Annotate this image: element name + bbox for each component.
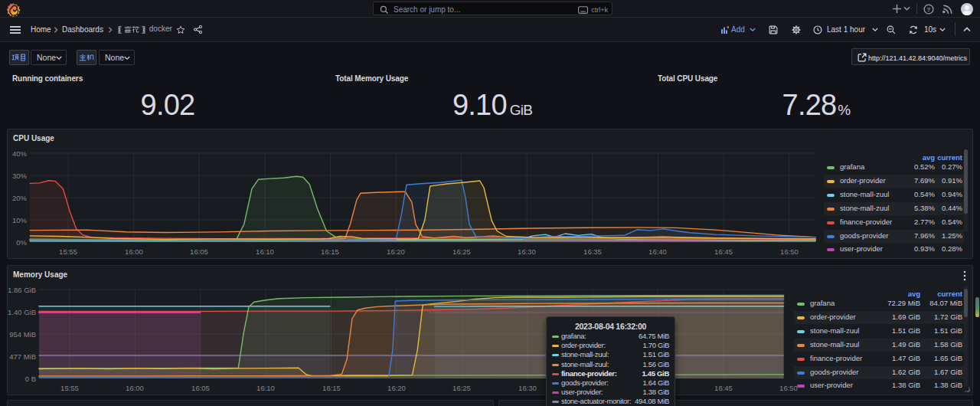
svg-text:?: ? (927, 5, 931, 12)
